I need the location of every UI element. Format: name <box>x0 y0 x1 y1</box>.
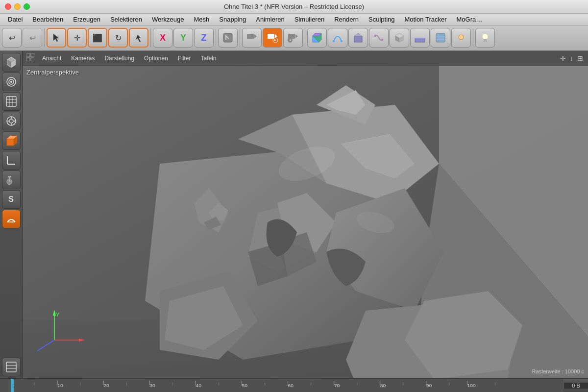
play-back-button[interactable] <box>283 28 303 48</box>
viewport-filter[interactable]: Filter <box>176 54 193 63</box>
sidebar-structure[interactable] <box>2 73 21 91</box>
svg-rect-1 <box>247 34 254 39</box>
sidebar-cube[interactable] <box>2 131 21 150</box>
traffic-lights <box>5 3 30 10</box>
rotate-button[interactable]: ↻ <box>108 28 128 48</box>
render-settings-button[interactable] <box>431 28 450 48</box>
svg-text:20: 20 <box>103 383 109 389</box>
svg-point-54 <box>9 119 13 123</box>
sep3 <box>216 28 216 47</box>
sidebar-bottom-grid[interactable] <box>2 358 21 376</box>
menu-motion-tracker[interactable]: Motion Tracker <box>400 15 452 24</box>
viewport-toolbar: Ansicht Kameras Darstellung Optionen Fil… <box>23 51 588 66</box>
svg-rect-16 <box>354 36 362 42</box>
sep6 <box>473 28 473 47</box>
svg-point-15 <box>341 40 343 42</box>
sidebar-snap[interactable]: S <box>2 190 21 209</box>
viewport[interactable]: Ansicht Kameras Darstellung Optionen Fil… <box>23 51 588 378</box>
timeline-counter: 0 B <box>564 383 588 389</box>
deformer-button[interactable] <box>369 28 389 48</box>
svg-rect-74 <box>31 58 34 61</box>
toolbar: ↩ ↩ ✛ ⬛ ↻ X Y Z <box>0 25 588 51</box>
svg-text:80: 80 <box>380 383 386 389</box>
svg-rect-72 <box>31 53 34 57</box>
axis-z-button[interactable]: Z <box>194 28 214 48</box>
move-button[interactable]: ✛ <box>67 28 87 48</box>
timeline-tick-area[interactable]: 0 10 20 30 40 50 60 70 80 90 <box>0 379 564 392</box>
menu-selektieren[interactable]: Selektieren <box>105 15 147 24</box>
close-button[interactable] <box>5 3 11 10</box>
redo-button[interactable]: ↩ <box>23 28 42 48</box>
nav-move-icon[interactable]: ✛ <box>559 53 567 63</box>
sidebar-render[interactable] <box>2 112 21 130</box>
svg-rect-59 <box>7 139 14 146</box>
svg-marker-17 <box>354 33 362 36</box>
window-title: Ohne Titel 3 * (NFR Version – Restricted… <box>224 3 364 10</box>
svg-rect-3 <box>268 34 274 39</box>
nav-down-icon[interactable]: ↓ <box>569 53 574 63</box>
svg-text:10: 10 <box>57 383 63 389</box>
menu-sculpting[interactable]: Sculpting <box>364 15 399 24</box>
maximize-button[interactable] <box>24 3 30 10</box>
menu-bearbeiten[interactable]: Bearbeiten <box>27 15 68 24</box>
scene-button[interactable] <box>390 28 409 48</box>
viewport-tafeln[interactable]: Tafeln <box>198 54 218 63</box>
menu-werkzeuge[interactable]: Werkzeuge <box>147 15 189 24</box>
rasterweite-label: Rasterweite : 10000 c <box>532 368 584 374</box>
svg-text:100: 100 <box>467 383 476 389</box>
viewport-darstellung[interactable]: Darstellung <box>102 54 136 63</box>
sidebar-object-manager[interactable] <box>2 53 21 72</box>
svg-text:60: 60 <box>288 383 294 389</box>
sep4 <box>240 28 240 47</box>
menu-mesh[interactable]: Mesh <box>189 15 214 24</box>
menu-datei[interactable]: Datei <box>3 15 27 24</box>
svg-rect-18 <box>374 35 376 37</box>
svg-point-37 <box>482 34 488 40</box>
svg-marker-8 <box>295 34 298 38</box>
svg-text:30: 30 <box>149 383 155 389</box>
svg-marker-2 <box>254 34 257 38</box>
scale-button[interactable]: ⬛ <box>88 28 107 48</box>
nav-fullscreen-icon[interactable]: ⊞ <box>576 53 584 63</box>
viewport-kameras[interactable]: Kameras <box>69 54 97 63</box>
select-arrow-button[interactable] <box>47 28 66 48</box>
svg-rect-38 <box>484 39 487 41</box>
timeline[interactable]: 0 10 20 30 40 50 60 70 80 90 <box>0 378 588 392</box>
viewport-optionen[interactable]: Optionen <box>142 54 170 63</box>
minimize-button[interactable] <box>14 3 21 10</box>
svg-text:40: 40 <box>196 383 201 389</box>
record-button[interactable] <box>242 28 262 48</box>
menu-snapping[interactable]: Snapping <box>214 15 251 24</box>
menu-mogra[interactable]: MoGra… <box>452 15 488 24</box>
freehand-select-button[interactable] <box>129 28 148 48</box>
spline-button[interactable] <box>328 28 347 48</box>
bulb-button[interactable] <box>475 28 495 48</box>
3d-canvas[interactable]: Y <box>23 66 588 378</box>
view-cube-button[interactable] <box>307 28 327 48</box>
undo-button[interactable]: ↩ <box>2 28 22 48</box>
axis-y-button[interactable]: Y <box>173 28 193 48</box>
menu-animieren[interactable]: Animieren <box>251 15 290 24</box>
sidebar-floor[interactable] <box>2 210 21 228</box>
menubar: Datei Bearbeiten Erzeugen Selektieren We… <box>0 14 588 25</box>
menu-rendern[interactable]: Rendern <box>329 15 364 24</box>
light-button[interactable] <box>451 28 471 48</box>
sidebar-material[interactable] <box>2 92 21 111</box>
primitives-button[interactable] <box>348 28 368 48</box>
floor-button[interactable] <box>410 28 430 48</box>
play-forward-button[interactable] <box>263 28 282 48</box>
menu-simulieren[interactable]: Simulieren <box>290 15 329 24</box>
sidebar-paint[interactable] <box>2 171 21 189</box>
svg-rect-106 <box>0 379 564 392</box>
menu-erzeugen[interactable]: Erzeugen <box>68 15 105 24</box>
axis-x-button[interactable]: X <box>153 28 172 48</box>
svg-rect-68 <box>6 362 16 372</box>
titlebar: Ohne Titel 3 * (NFR Version – Restricted… <box>0 0 588 14</box>
coord-system-button[interactable] <box>218 28 238 48</box>
sep2 <box>150 28 151 47</box>
svg-rect-66 <box>8 176 11 177</box>
svg-text:50: 50 <box>242 383 247 389</box>
viewport-ansicht[interactable]: Ansicht <box>40 54 63 63</box>
timeline-playhead[interactable] <box>11 379 14 392</box>
sidebar-measure[interactable] <box>2 151 21 170</box>
